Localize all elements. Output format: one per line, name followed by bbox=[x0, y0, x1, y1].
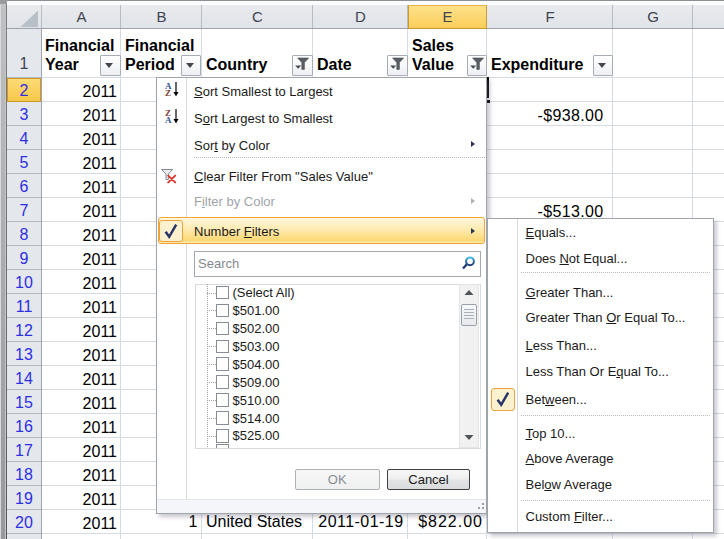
svg-text:Z: Z bbox=[165, 88, 171, 98]
svg-text:A: A bbox=[165, 115, 172, 125]
